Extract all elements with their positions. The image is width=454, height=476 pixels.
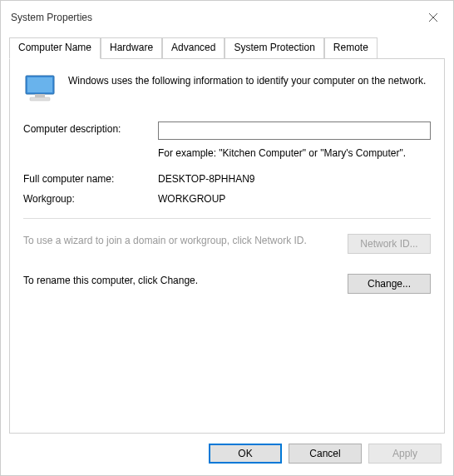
tab-advanced[interactable]: Advanced (162, 37, 225, 58)
tab-strip: Computer Name Hardware Advanced System P… (9, 37, 445, 58)
network-id-button: Network ID... (348, 234, 431, 254)
dialog-footer: OK Cancel Apply (1, 434, 453, 475)
workgroup-value: WORKGROUP (158, 193, 431, 205)
cancel-button[interactable]: Cancel (289, 444, 362, 464)
tab-remote[interactable]: Remote (324, 37, 378, 58)
network-id-row: To use a wizard to join a domain or work… (23, 234, 431, 254)
computer-description-label: Computer description: (23, 121, 158, 135)
svg-rect-4 (35, 94, 45, 97)
workgroup-label: Workgroup: (23, 193, 158, 205)
change-button[interactable]: Change... (348, 274, 431, 294)
tab-computer-name[interactable]: Computer Name (9, 37, 101, 59)
tab-panel-computer-name: Windows uses the following information t… (9, 58, 445, 434)
window-title: System Properties (11, 12, 92, 23)
network-id-text: To use a wizard to join a domain or work… (23, 234, 339, 248)
svg-rect-3 (27, 77, 52, 92)
tab-hardware[interactable]: Hardware (101, 37, 162, 58)
change-row: To rename this computer, click Change. C… (23, 274, 431, 294)
computer-description-row: Computer description: (23, 121, 431, 140)
ok-button[interactable]: OK (209, 444, 282, 464)
close-icon (429, 13, 437, 22)
apply-button: Apply (368, 444, 442, 464)
description-example-text: For example: "Kitchen Computer" or "Mary… (158, 146, 431, 160)
computer-icon (23, 74, 57, 107)
tab-area: Computer Name Hardware Advanced System P… (1, 31, 453, 434)
full-computer-name-value: DESKTOP-8PHHAN9 (158, 173, 431, 185)
system-properties-window: System Properties Computer Name Hardware… (0, 0, 454, 476)
close-button[interactable] (423, 7, 443, 27)
full-computer-name-row: Full computer name: DESKTOP-8PHHAN9 (23, 173, 431, 185)
svg-rect-5 (30, 97, 50, 101)
intro-row: Windows uses the following information t… (23, 74, 431, 107)
tab-system-protection[interactable]: System Protection (225, 37, 323, 58)
intro-text: Windows uses the following information t… (68, 74, 431, 87)
full-computer-name-label: Full computer name: (23, 173, 158, 185)
separator (23, 218, 431, 219)
rename-text: To rename this computer, click Change. (23, 274, 339, 288)
workgroup-row: Workgroup: WORKGROUP (23, 193, 431, 205)
titlebar: System Properties (1, 1, 453, 31)
computer-description-input[interactable] (158, 121, 431, 140)
